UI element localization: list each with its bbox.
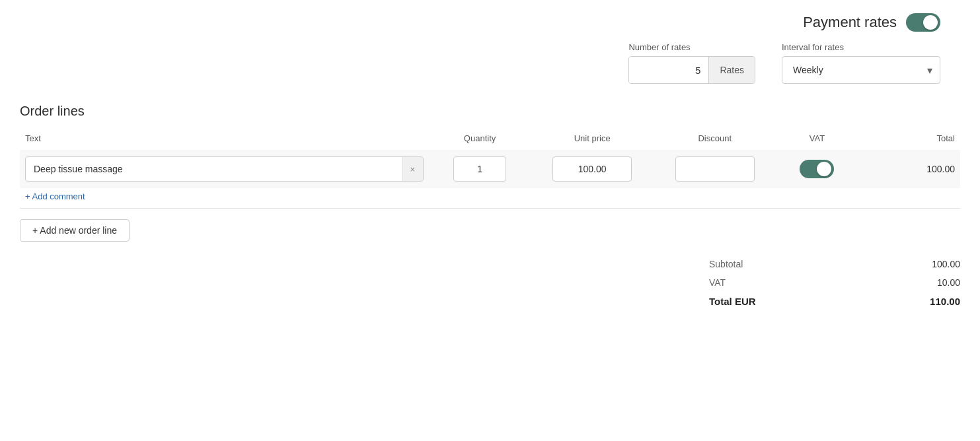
page-container: Payment rates Number of rates Rates Inte… bbox=[0, 0, 980, 441]
subtotal-row: Subtotal 100.00 bbox=[709, 255, 960, 273]
vat-cell bbox=[776, 150, 858, 188]
discount-cell: % bbox=[654, 150, 776, 188]
interval-select-wrapper: Weekly Monthly Bi-weekly Yearly ▾ bbox=[782, 56, 940, 84]
subtotal-label: Subtotal bbox=[709, 259, 743, 269]
table-row: × % bbox=[20, 150, 960, 188]
col-header-quantity: Quantity bbox=[429, 129, 531, 150]
payment-rates-title: Payment rates bbox=[803, 14, 897, 31]
vat-summary-label: VAT bbox=[709, 277, 726, 288]
col-header-unit-price: Unit price bbox=[531, 129, 654, 150]
text-cell: × bbox=[20, 150, 429, 188]
number-of-rates-group: Number of rates Rates bbox=[628, 42, 755, 84]
toggle-thumb bbox=[923, 15, 938, 30]
order-line-comment-row: + Add comment bbox=[20, 188, 960, 209]
unit-price-cell bbox=[531, 150, 654, 188]
rates-suffix: Rates bbox=[708, 57, 755, 83]
discount-input-wrapper: % bbox=[675, 156, 755, 182]
order-lines-title: Order lines bbox=[20, 104, 960, 119]
order-lines-tbody: × % bbox=[20, 150, 960, 209]
discount-input[interactable] bbox=[676, 157, 755, 181]
payment-rates-header: Payment rates bbox=[803, 13, 940, 32]
order-lines-header-row: Text Quantity Unit price Discount VAT To… bbox=[20, 129, 960, 150]
quantity-input[interactable] bbox=[453, 156, 506, 182]
order-line-text-input[interactable] bbox=[26, 164, 402, 174]
interval-for-rates-group: Interval for rates Weekly Monthly Bi-wee… bbox=[782, 42, 940, 84]
number-of-rates-label: Number of rates bbox=[628, 42, 755, 52]
total-cell: 100.00 bbox=[858, 150, 960, 188]
col-header-discount: Discount bbox=[654, 129, 776, 150]
interval-for-rates-label: Interval for rates bbox=[782, 42, 940, 52]
col-header-text: Text bbox=[20, 129, 429, 150]
order-lines-thead: Text Quantity Unit price Discount VAT To… bbox=[20, 129, 960, 150]
add-comment-link[interactable]: + Add comment bbox=[25, 191, 85, 201]
total-value: 110.00 bbox=[930, 296, 960, 307]
comment-cell: + Add comment bbox=[20, 188, 960, 209]
number-of-rates-input[interactable] bbox=[629, 57, 708, 83]
vat-toggle[interactable] bbox=[800, 160, 834, 178]
subtotal-value: 100.00 bbox=[932, 259, 960, 269]
clear-text-icon[interactable]: × bbox=[402, 157, 423, 181]
number-of-rates-input-wrapper: Rates bbox=[628, 56, 755, 84]
rates-inputs-row: Number of rates Rates Interval for rates… bbox=[628, 42, 940, 84]
payment-rates-toggle[interactable] bbox=[906, 13, 940, 32]
quantity-cell bbox=[429, 150, 531, 188]
vat-summary-value: 10.00 bbox=[937, 277, 960, 288]
payment-rates-section: Payment rates Number of rates Rates Inte… bbox=[20, 13, 960, 84]
col-header-total: Total bbox=[858, 129, 960, 150]
vat-row: VAT 10.00 bbox=[709, 273, 960, 292]
interval-select[interactable]: Weekly Monthly Bi-weekly Yearly bbox=[782, 56, 940, 84]
total-label: Total EUR bbox=[709, 296, 756, 307]
add-order-line-button[interactable]: + Add new order line bbox=[20, 219, 130, 242]
summary-section: Subtotal 100.00 VAT 10.00 Total EUR 110.… bbox=[20, 255, 960, 311]
col-header-vat: VAT bbox=[776, 129, 858, 150]
text-input-wrapper: × bbox=[25, 156, 424, 182]
total-row: Total EUR 110.00 bbox=[709, 292, 960, 311]
order-lines-table: Text Quantity Unit price Discount VAT To… bbox=[20, 129, 960, 209]
unit-price-input[interactable] bbox=[552, 156, 632, 182]
order-lines-section: Order lines Text Quantity Unit price Dis… bbox=[20, 104, 960, 311]
